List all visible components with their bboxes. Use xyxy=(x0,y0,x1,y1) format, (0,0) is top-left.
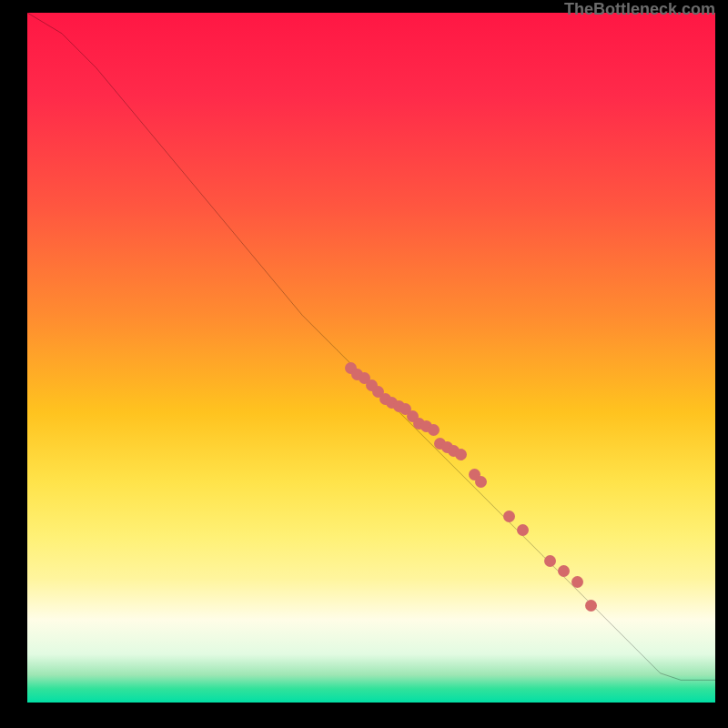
chart-stage: TheBottleneck.com xyxy=(0,0,728,728)
chart-point xyxy=(517,524,529,536)
chart-point xyxy=(571,576,583,588)
chart-point xyxy=(558,565,570,577)
chart-point xyxy=(455,449,467,460)
chart-point xyxy=(503,511,515,522)
chart-point xyxy=(428,424,440,436)
chart-points-layer xyxy=(27,13,715,703)
chart-plot-area xyxy=(27,13,715,703)
chart-point xyxy=(544,555,556,567)
chart-point xyxy=(585,600,597,612)
chart-point xyxy=(475,476,487,488)
watermark-text: TheBottleneck.com xyxy=(564,0,715,19)
